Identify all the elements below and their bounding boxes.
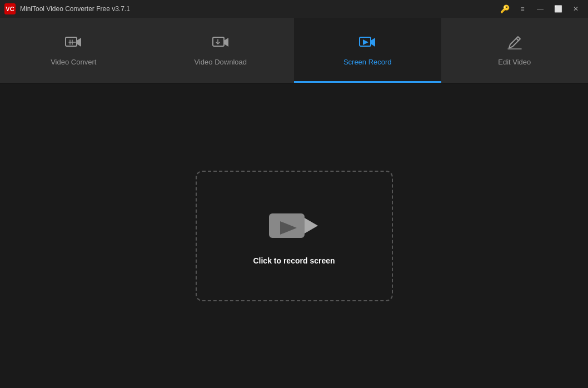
- app-title: MiniTool Video Converter Free v3.7.1: [20, 5, 130, 13]
- close-icon: ✕: [573, 5, 579, 13]
- tab-edit-video[interactable]: Edit Video: [441, 18, 589, 83]
- tab-edit-video-label: Edit Video: [498, 58, 531, 66]
- menu-button[interactable]: ≡: [515, 3, 530, 15]
- svg-rect-0: [66, 37, 77, 46]
- tab-video-download[interactable]: Video Download: [147, 18, 295, 83]
- maximize-icon: ⬜: [554, 5, 562, 13]
- svg-marker-6: [305, 218, 318, 233]
- tab-video-convert-label: Video Convert: [51, 58, 96, 66]
- tab-screen-record-label: Screen Record: [343, 58, 392, 66]
- tab-screen-record[interactable]: Screen Record: [294, 18, 441, 83]
- main-content: Click to record screen: [0, 83, 588, 388]
- video-download-icon: [212, 33, 230, 53]
- key-button[interactable]: 🔑: [497, 3, 512, 15]
- edit-video-icon: [506, 33, 524, 53]
- record-label: Click to record screen: [253, 256, 335, 265]
- minimize-icon: —: [537, 5, 544, 13]
- minimize-button[interactable]: —: [532, 3, 548, 15]
- maximize-button[interactable]: ⬜: [550, 3, 566, 15]
- record-screen-button[interactable]: Click to record screen: [196, 171, 393, 301]
- screen-record-icon: [358, 33, 376, 53]
- close-button[interactable]: ✕: [568, 3, 584, 15]
- tab-video-download-label: Video Download: [195, 58, 247, 66]
- titlebar-controls: 🔑 ≡ — ⬜ ✕: [497, 3, 584, 15]
- video-convert-icon: [64, 33, 82, 53]
- titlebar-left: VC MiniTool Video Converter Free v3.7.1: [4, 3, 130, 14]
- tab-video-convert[interactable]: Video Convert: [0, 18, 147, 83]
- tabbar: Video Convert Video Download Screen Reco…: [0, 18, 588, 83]
- key-icon: 🔑: [500, 4, 510, 13]
- menu-icon: ≡: [520, 5, 524, 13]
- svg-marker-3: [363, 39, 368, 45]
- svg-rect-1: [213, 37, 224, 46]
- titlebar: VC MiniTool Video Converter Free v3.7.1 …: [0, 0, 588, 18]
- app-logo: VC: [4, 3, 16, 14]
- camera-icon: [269, 206, 319, 245]
